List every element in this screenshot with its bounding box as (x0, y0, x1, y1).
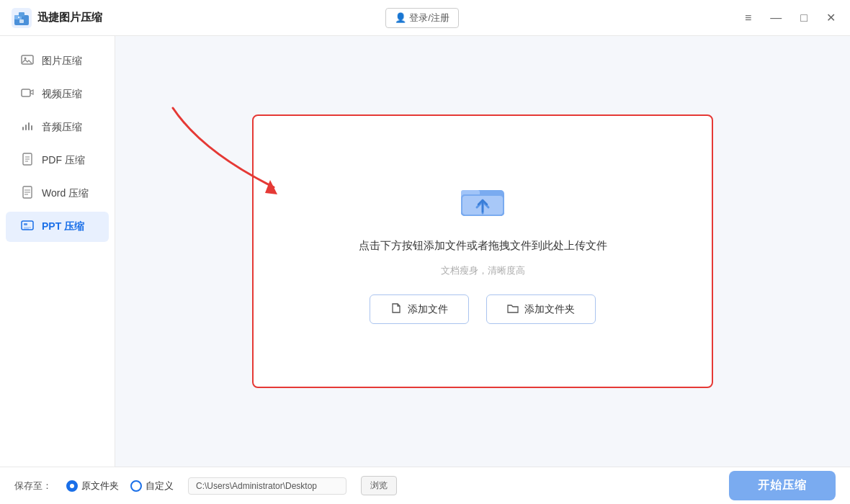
minimize-button[interactable]: — (767, 11, 784, 25)
svg-rect-12 (31, 125, 32, 130)
upload-sub-text: 文档瘦身，清晰度高 (441, 264, 525, 277)
drop-buttons: 添加文件 添加文件夹 (370, 294, 596, 324)
sidebar-label-audio: 音频压缩 (42, 121, 82, 134)
radio-custom[interactable]: 自定义 (130, 480, 174, 492)
maximize-button[interactable]: □ (797, 11, 810, 25)
content-area: 点击下方按钮添加文件或者拖拽文件到此处上传文件 文档瘦身，清晰度高 添加文件 (115, 36, 850, 467)
titlebar-center: 👤 登录/注册 (385, 8, 459, 28)
titlebar: 迅捷图片压缩 👤 登录/注册 ≡ — □ ✕ (0, 0, 850, 36)
video-icon (20, 86, 35, 102)
app-title: 迅捷图片压缩 (37, 11, 102, 24)
sidebar-label-image: 图片压缩 (42, 55, 82, 68)
word-icon (20, 186, 35, 202)
svg-rect-16 (24, 223, 27, 225)
svg-rect-8 (22, 89, 30, 96)
main-layout: 图片压缩 视频压缩 音频压缩 (0, 36, 850, 467)
titlebar-right: ≡ — □ ✕ (742, 11, 838, 25)
svg-rect-3 (19, 12, 24, 17)
sidebar-label-pdf: PDF 压缩 (42, 154, 85, 167)
radio-group: 原文件夹 自定义 (66, 480, 174, 492)
svg-rect-9 (22, 127, 24, 130)
login-button[interactable]: 👤 登录/注册 (385, 8, 459, 28)
bottom-bar: 保存至： 原文件夹 自定义 浏览 开始压缩 (0, 467, 850, 504)
image-icon (20, 53, 35, 69)
pdf-icon (20, 153, 35, 168)
add-file-button[interactable]: 添加文件 (370, 294, 469, 324)
browse-button[interactable]: 浏览 (361, 476, 397, 495)
folder-icon (507, 302, 519, 316)
user-icon: 👤 (395, 12, 406, 23)
start-compress-button[interactable]: 开始压缩 (729, 471, 836, 500)
sidebar-label-video: 视频压缩 (42, 88, 82, 101)
sidebar-item-video-compress[interactable]: 视频压缩 (6, 79, 109, 109)
radio-original-indicator (66, 480, 78, 492)
sidebar: 图片压缩 视频压缩 音频压缩 (0, 36, 115, 467)
svg-point-7 (24, 58, 27, 60)
ppt-icon (20, 219, 35, 235)
app-icon (12, 8, 32, 28)
save-path-input[interactable] (188, 477, 346, 495)
file-icon (390, 302, 402, 316)
sidebar-item-ppt-compress[interactable]: PPT 压缩 (6, 212, 109, 242)
menu-button[interactable]: ≡ (742, 11, 754, 25)
radio-original[interactable]: 原文件夹 (66, 480, 119, 492)
sidebar-item-audio-compress[interactable]: 音频压缩 (6, 112, 109, 143)
radio-custom-indicator (130, 480, 142, 492)
svg-rect-4 (19, 19, 24, 23)
svg-rect-10 (25, 125, 27, 130)
svg-rect-15 (22, 221, 33, 230)
add-folder-button[interactable]: 添加文件夹 (486, 294, 596, 324)
drop-zone[interactable]: 点击下方按钮添加文件或者拖拽文件到此处上传文件 文档瘦身，清晰度高 添加文件 (252, 114, 713, 388)
svg-rect-5 (18, 17, 19, 18)
audio-icon (20, 120, 35, 135)
upload-main-text: 点击下方按钮添加文件或者拖拽文件到此处上传文件 (359, 239, 607, 253)
sidebar-item-pdf-compress[interactable]: PDF 压缩 (6, 145, 109, 176)
sidebar-item-image-compress[interactable]: 图片压缩 (6, 46, 109, 76)
save-label: 保存至： (14, 480, 52, 492)
close-button[interactable]: ✕ (823, 11, 838, 25)
upload-folder-icon (460, 179, 506, 222)
svg-rect-11 (28, 122, 30, 130)
sidebar-item-word-compress[interactable]: Word 压缩 (6, 179, 109, 209)
sidebar-label-word: Word 压缩 (42, 187, 89, 200)
sidebar-label-ppt: PPT 压缩 (42, 220, 84, 233)
titlebar-left: 迅捷图片压缩 (12, 8, 102, 28)
